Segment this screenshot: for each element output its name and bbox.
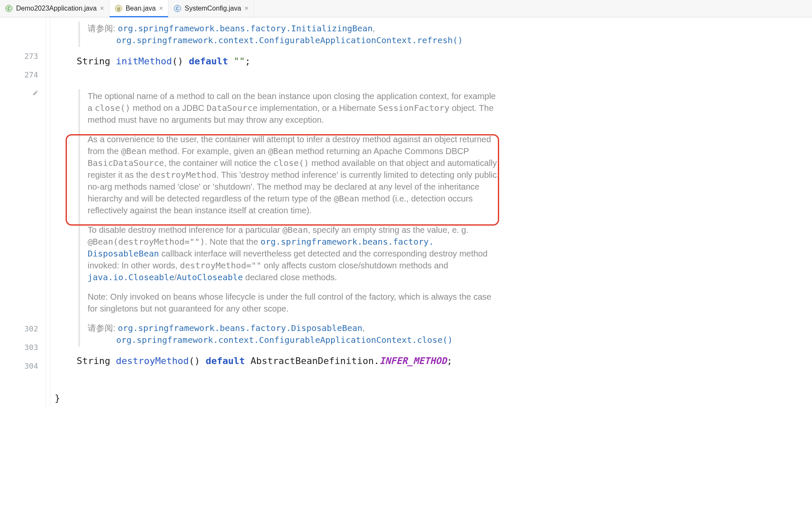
line-number: 302 xyxy=(0,320,38,338)
code-line-304[interactable]: } xyxy=(55,389,799,408)
tab-bean[interactable]: @ Bean.java × xyxy=(110,0,169,17)
svg-text:C: C xyxy=(176,6,179,11)
pencil-icon[interactable] xyxy=(32,84,39,103)
javadoc-paragraph: The optional name of a method to call on… xyxy=(88,90,503,126)
javadoc-link[interactable]: java.io.Closeable xyxy=(88,272,174,282)
gutter: 273 274 302 303 304 xyxy=(0,17,46,408)
javadoc-paragraph: Note: Only invoked on beans whose lifecy… xyxy=(88,291,503,314)
code-line-302[interactable]: String destroyMethod() default AbstractB… xyxy=(77,352,799,370)
see-label: 请参阅: xyxy=(88,323,116,333)
annotation-icon: @ xyxy=(115,5,122,12)
code-area[interactable]: 请参阅: org.springframework.beans.factory.I… xyxy=(50,17,812,408)
editor: 273 274 302 303 304 请参阅: org.springframe… xyxy=(0,17,812,408)
svg-text:C: C xyxy=(8,6,11,11)
javadoc-see-block: 请参阅: org.springframework.beans.factory.D… xyxy=(88,322,503,346)
tab-label: Demo2023Application.java xyxy=(16,5,97,12)
blank-line-274 xyxy=(50,71,799,89)
line-number: 274 xyxy=(0,66,38,84)
class-icon: C xyxy=(5,5,13,12)
javadoc-link[interactable]: org.springframework.context.Configurable… xyxy=(116,335,453,345)
svg-text:@: @ xyxy=(117,6,120,11)
close-icon[interactable]: × xyxy=(245,5,249,12)
see-label: 请参阅: xyxy=(88,24,116,33)
editor-wrap: 273 274 302 303 304 请参阅: org.springframe… xyxy=(0,17,812,408)
tab-systemconfig[interactable]: C SystemConfig.java × xyxy=(168,0,254,17)
javadoc-link[interactable]: AutoCloseable xyxy=(177,272,243,282)
javadoc-paragraph: To disable destroy method inference for … xyxy=(88,224,503,283)
line-number: 304 xyxy=(0,357,38,375)
line-number: 303 xyxy=(0,338,38,357)
fold-rail[interactable] xyxy=(46,17,50,408)
line-number: 273 xyxy=(0,47,38,66)
tab-demo2023application[interactable]: C Demo2023Application.java × xyxy=(0,0,110,17)
close-icon[interactable]: × xyxy=(100,5,104,12)
blank-line-303 xyxy=(50,370,799,389)
javadoc-link[interactable]: org.springframework.beans.factory.Dispos… xyxy=(118,323,362,333)
tab-label: SystemConfig.java xyxy=(185,5,241,12)
javadoc-initmethod-see: 请参阅: org.springframework.beans.factory.I… xyxy=(78,22,503,47)
javadoc-paragraph-highlighted: As a convenience to the user, the contai… xyxy=(88,133,503,216)
javadoc-link[interactable]: org.springframework.beans.factory.Initia… xyxy=(118,23,373,33)
code-line-273[interactable]: String initMethod() default ""; xyxy=(77,52,799,71)
editor-tabs: C Demo2023Application.java × @ Bean.java… xyxy=(0,0,812,17)
class-icon: C xyxy=(174,5,181,12)
javadoc-destroymethod: The optional name of a method to call on… xyxy=(78,89,503,347)
gutter-spacer xyxy=(0,84,38,96)
close-icon[interactable]: × xyxy=(159,5,163,12)
tab-label: Bean.java xyxy=(126,5,156,12)
javadoc-link[interactable]: org.springframework.context.Configurable… xyxy=(116,35,463,45)
